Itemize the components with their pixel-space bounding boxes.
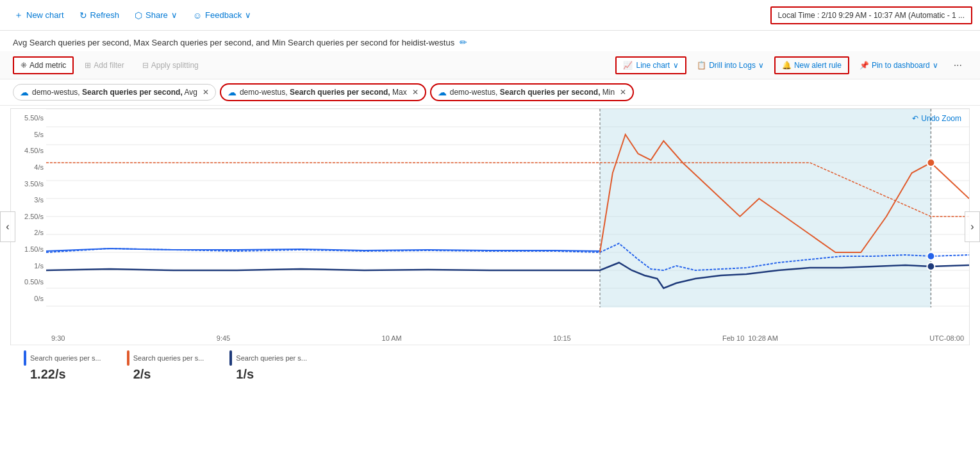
metric-toolbar: ⁜ Add metric ⊞ Add filter ⊟ Apply splitt…	[0, 51, 980, 79]
nav-left-button[interactable]: ‹	[0, 211, 15, 242]
cloud-icon: ☁	[438, 87, 447, 97]
cloud-icon: ☁	[20, 87, 29, 97]
svg-rect-12	[600, 109, 931, 307]
chart-legend: Search queries per s... 1.22/s Search qu…	[11, 345, 969, 387]
more-options-button[interactable]: ···	[949, 56, 967, 74]
pill-close-icon[interactable]: ✕	[412, 88, 419, 97]
chart-type-button[interactable]: 📈 Line chart ∨	[615, 56, 686, 74]
cloud-icon: ☁	[228, 87, 237, 97]
feedback-button[interactable]: ☺ Feedback ∨	[187, 6, 258, 24]
legend-item-min: Search queries per s... 1/s	[229, 350, 307, 382]
chart-title: Avg Search queries per second, Max Searc…	[13, 38, 454, 47]
feedback-icon: ☺	[193, 10, 202, 20]
chart-container: ↶ Undo Zoom 5.50/s 5/s 4.50/s 4/s 3.50/s…	[10, 108, 970, 345]
svg-point-16	[927, 263, 934, 270]
legend-color-max	[127, 350, 129, 366]
edit-icon[interactable]: ✏	[460, 37, 467, 47]
pin-to-dashboard-button[interactable]: 📌 Pin to dashboard ∨	[853, 58, 945, 73]
drill-into-logs-button[interactable]: 📋 Drill into Logs ∨	[690, 58, 770, 73]
line-chart-icon: 📈	[623, 61, 633, 70]
chart-svg	[46, 109, 969, 307]
chevron-down-icon: ∨	[673, 61, 679, 70]
metric-pill-avg[interactable]: ☁ demo-westus, Search queries per second…	[13, 84, 216, 101]
svg-point-15	[927, 252, 934, 260]
chevron-down-icon: ∨	[171, 10, 178, 20]
svg-point-17	[927, 159, 934, 167]
undo-zoom-button[interactable]: ↶ Undo Zoom	[912, 114, 961, 123]
metric-pills: ☁ demo-westus, Search queries per second…	[0, 79, 980, 106]
legend-item-avg: Search queries per s... 1.22/s	[24, 350, 101, 382]
alert-icon: 🔔	[782, 61, 792, 70]
pill-close-icon[interactable]: ✕	[620, 88, 626, 97]
legend-color-avg	[24, 350, 26, 366]
metric-pill-min[interactable]: ☁ demo-westus, Search queries per second…	[430, 83, 634, 101]
undo-icon: ↶	[912, 114, 918, 123]
refresh-button[interactable]: ↻ Refresh	[73, 6, 126, 24]
legend-value-min: 1/s	[229, 367, 307, 382]
split-icon: ⊟	[142, 61, 149, 70]
legend-color-min	[229, 350, 232, 366]
new-alert-rule-button[interactable]: 🔔 New alert rule	[774, 56, 849, 74]
chart-title-area: Avg Search queries per second, Max Searc…	[0, 31, 980, 51]
apply-splitting-button[interactable]: ⊟ Apply splitting	[135, 57, 206, 74]
y-axis: 5.50/s 5/s 4.50/s 4/s 3.50/s 3/s 2.50/s …	[11, 109, 46, 307]
chevron-down-icon: ∨	[758, 61, 764, 70]
legend-value-avg: 1.22/s	[24, 367, 101, 382]
refresh-icon: ↻	[79, 10, 87, 20]
chevron-down-icon: ∨	[933, 61, 938, 70]
share-button[interactable]: ⬡ Share ∨	[128, 6, 184, 24]
legend-value-max: 2/s	[127, 367, 204, 382]
metric-pill-max[interactable]: ☁ demo-westus, Search queries per second…	[220, 83, 426, 101]
legend-item-max: Search queries per s... 2/s	[127, 350, 204, 382]
logs-icon: 📋	[697, 61, 706, 70]
add-metric-button[interactable]: ⁜ Add metric	[13, 56, 74, 74]
top-toolbar: ＋ New chart ↻ Refresh ⬡ Share ∨ ☺ Feedba…	[0, 0, 980, 31]
pin-icon: 📌	[860, 61, 869, 70]
chevron-down-icon: ∨	[245, 10, 251, 20]
share-icon: ⬡	[135, 10, 142, 20]
add-filter-button[interactable]: ⊞ Add filter	[78, 57, 131, 74]
time-picker[interactable]: Local Time : 2/10 9:29 AM - 10:37 AM (Au…	[770, 6, 972, 24]
chart-wrapper: ‹ › ↶ Undo Zoom 5.50/s 5/s 4.50/s 4/s 3.…	[0, 108, 980, 345]
nav-right-button[interactable]: ›	[965, 211, 980, 242]
new-chart-button[interactable]: ＋ New chart	[8, 6, 71, 25]
pill-close-icon[interactable]: ✕	[203, 88, 209, 97]
plus-icon: ＋	[14, 10, 23, 21]
add-metric-icon: ⁜	[21, 61, 27, 70]
x-axis: 9:30 9:45 10 AM 10:15 Feb 10 10:28 AM UT…	[46, 332, 969, 345]
chart-inner: ↶ Undo Zoom 5.50/s 5/s 4.50/s 4/s 3.50/s…	[11, 109, 969, 345]
filter-icon: ⊞	[85, 61, 91, 70]
